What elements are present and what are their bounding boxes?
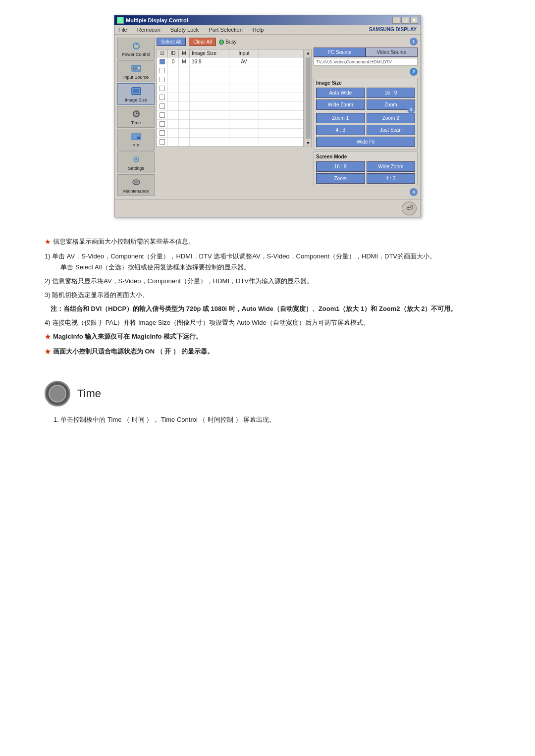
table-row[interactable] <box>157 102 303 111</box>
nav-power-control[interactable]: Power Control <box>117 38 155 59</box>
menu-file[interactable]: File <box>116 26 129 33</box>
menu-port-selection[interactable]: Port Selection <box>207 26 244 33</box>
row-image-size <box>190 75 229 84</box>
numbered-item-4: 4) 连接电视（仅限于 PAL）并将 Image Size（图像尺寸）项设置为 … <box>45 317 490 328</box>
table-row[interactable] <box>157 129 303 138</box>
wide-fit-button[interactable]: Wide Fit <box>316 137 415 147</box>
header-checkbox: ☑ <box>157 50 168 57</box>
row-checkbox[interactable] <box>157 66 168 75</box>
row-checkbox[interactable] <box>157 75 168 84</box>
time-note-text: 1. 单击控制板中的 Time （ 时间 ）， Time Control （ 时… <box>54 416 275 423</box>
close-button[interactable]: ✕ <box>410 17 418 24</box>
minimize-button[interactable]: _ <box>392 17 400 24</box>
table-row[interactable] <box>157 75 303 84</box>
row-checkbox[interactable] <box>157 93 168 101</box>
table-row[interactable] <box>157 84 303 93</box>
table-row[interactable] <box>157 93 303 102</box>
star-note-2-text: MagicInfo 输入来源仅可在 MagicInfo 模式下运行。 <box>53 331 202 343</box>
apply-button[interactable]: ⏎ <box>402 202 417 215</box>
wide-zoom-button[interactable]: Wide Zoom <box>316 100 365 110</box>
left-nav-panel: Power Control Input Source <box>117 38 155 196</box>
window-title: Multiple Display Control <box>126 17 188 23</box>
menu-bar: File Remocon Safety Lock Port Selection … <box>114 25 421 35</box>
badge-2: 2 <box>410 68 418 76</box>
clear-all-button[interactable]: Clear All <box>189 38 216 46</box>
num-4: 4) 连接电视（仅限于 PAL）并将 Image Size（图像尺寸）项设置为 … <box>45 319 370 326</box>
nav-maintenance[interactable]: Maintenance <box>117 174 155 196</box>
screen-wide-zoom-button[interactable]: Wide Zoom <box>367 161 416 172</box>
badge-4: 4 <box>410 188 418 196</box>
row-id <box>168 111 179 119</box>
select-all-button[interactable]: Select All <box>157 38 186 46</box>
row-checkbox[interactable] <box>157 102 168 110</box>
menu-help[interactable]: Help <box>251 26 266 33</box>
row-checkbox[interactable] <box>157 120 168 128</box>
maximize-button[interactable]: □ <box>401 17 409 24</box>
row-id <box>168 66 179 75</box>
nav-settings[interactable]: Settings <box>117 151 155 173</box>
row-input <box>229 111 259 119</box>
scroll-down-button[interactable]: ▼ <box>305 140 312 147</box>
nav-input-source[interactable]: Input Source <box>117 60 155 82</box>
row-checkbox[interactable] <box>157 138 168 146</box>
content-section: ★ 信息窗格显示画面大小控制所需的某些基本信息。 1) 单击 AV，S-Vide… <box>20 231 515 371</box>
busy-label: Busy <box>225 39 236 45</box>
table-row[interactable] <box>157 138 303 147</box>
ratio-4-3-button[interactable]: 4 : 3 <box>316 125 365 135</box>
row-input: AV <box>229 57 259 66</box>
row-checkbox[interactable] <box>157 111 168 119</box>
row-input <box>229 120 259 128</box>
menu-safety-lock[interactable]: Safety Lock <box>168 26 201 33</box>
just-scan-button[interactable]: Just Scan <box>367 125 416 135</box>
nav-pip-label: PIP <box>132 143 140 148</box>
pc-source-tab[interactable]: PC Source <box>314 48 366 57</box>
zoom2-button[interactable]: Zoom 2 <box>367 113 416 123</box>
scroll-thumb[interactable] <box>306 57 311 139</box>
screen-zoom-button[interactable]: Zoom <box>316 173 365 184</box>
header-id: ID <box>168 50 179 57</box>
svg-rect-3 <box>133 67 137 70</box>
row-m <box>179 111 190 119</box>
star-icon-1: ★ <box>45 236 51 248</box>
menu-remocon[interactable]: Remocon <box>135 26 162 33</box>
star-icon-2: ★ <box>45 331 51 343</box>
row-id <box>168 120 179 128</box>
image-size-box: Image Size Auto Wide 16 : 9 Wide Zoom Zo… <box>314 78 418 150</box>
badge-1: 1 <box>410 38 418 46</box>
row-id: 0 <box>168 57 179 66</box>
row-m <box>179 93 190 101</box>
nav-time[interactable]: Time <box>117 106 155 128</box>
table-row[interactable] <box>157 66 303 75</box>
star-note-2: ★ MagicInfo 输入来源仅可在 MagicInfo 模式下运行。 <box>45 331 490 343</box>
row-m <box>179 75 190 84</box>
scrollbar[interactable]: ▲ ▼ <box>305 49 312 147</box>
row-checkbox[interactable] <box>157 129 168 137</box>
scroll-up-button[interactable]: ▲ <box>305 50 312 56</box>
row-image-size <box>190 138 229 146</box>
row-image-size <box>190 111 229 119</box>
app-icon <box>117 17 124 24</box>
video-source-tab[interactable]: Video Source <box>366 48 418 57</box>
num-2: 2) 信息窗格只显示将AV，S-Video，Component（分量），HDMI… <box>45 277 313 285</box>
row-checkbox[interactable] <box>157 57 168 66</box>
row-id <box>168 93 179 101</box>
row-m: M <box>179 57 190 66</box>
row-checkbox[interactable] <box>157 84 168 93</box>
nav-pip[interactable]: PIP <box>117 129 155 151</box>
screen-4-3-button[interactable]: 4 : 3 <box>367 173 416 184</box>
nav-image-size[interactable]: Image Size <box>117 83 155 105</box>
zoom1-button[interactable]: Zoom 1 <box>316 113 365 123</box>
num-1: 1) 单击 AV，S-Video，Component（分量），HDMI，DTV … <box>45 252 436 271</box>
row-m <box>179 138 190 146</box>
toolbar: Select All Clear All Busy <box>157 38 312 46</box>
table-row[interactable] <box>157 120 303 129</box>
row-id <box>168 138 179 146</box>
busy-dot <box>219 40 224 45</box>
table-row[interactable] <box>157 111 303 120</box>
auto-wide-button[interactable]: Auto Wide <box>316 88 365 98</box>
table-row[interactable]: 0 M 16:9 AV <box>157 57 303 66</box>
screen-16-9-button[interactable]: 16 : 9 <box>316 161 365 172</box>
ratio-16-9-button[interactable]: 16 : 9 <box>367 88 416 98</box>
zoom-button[interactable]: Zoom <box>367 100 416 110</box>
row-input <box>229 66 259 75</box>
